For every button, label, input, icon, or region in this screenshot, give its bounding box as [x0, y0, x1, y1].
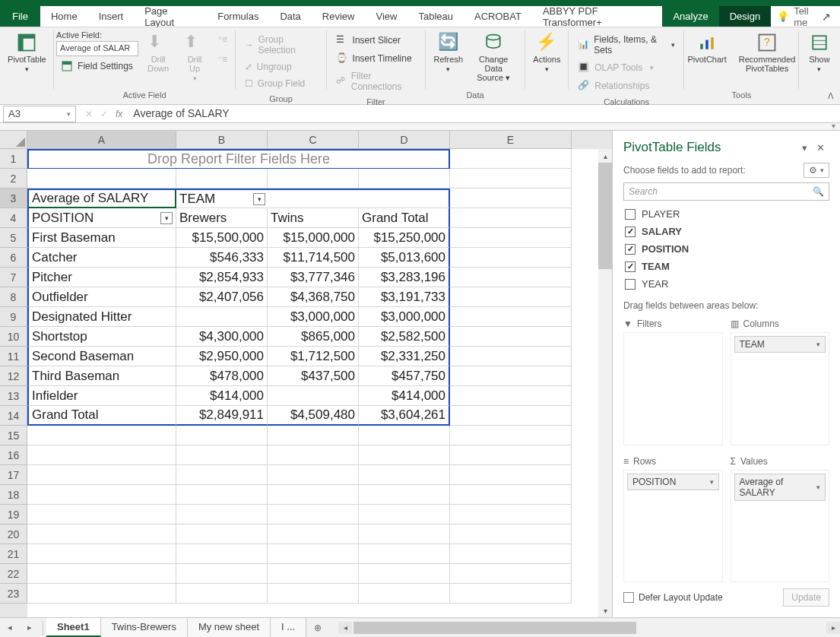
- tab-view[interactable]: View: [365, 6, 407, 27]
- values-chip-salary[interactable]: Average of SALARY▾: [734, 474, 826, 501]
- file-menu[interactable]: File: [0, 6, 40, 27]
- show-button[interactable]: Show ▾: [801, 29, 838, 76]
- cell-D10[interactable]: $2,582,500: [359, 327, 450, 347]
- checkbox[interactable]: ✓: [625, 227, 636, 237]
- recommended-pivot-button[interactable]: ? RecommendedPivotTables: [733, 29, 802, 76]
- cell[interactable]: [359, 544, 450, 564]
- cell[interactable]: [268, 505, 359, 524]
- tab-design[interactable]: Design: [719, 6, 771, 27]
- cell-A7[interactable]: Pitcher: [27, 268, 176, 287]
- pane-close-icon[interactable]: ✕: [812, 142, 829, 154]
- cell[interactable]: [450, 208, 572, 228]
- cell[interactable]: [359, 524, 450, 544]
- cell[interactable]: [176, 445, 268, 465]
- cell-A13[interactable]: Infielder: [27, 386, 176, 406]
- field-year[interactable]: YEAR: [623, 275, 829, 293]
- cell[interactable]: [450, 584, 572, 604]
- col-B[interactable]: B: [176, 131, 268, 149]
- cell-A8[interactable]: Outfielder: [27, 287, 176, 307]
- cell[interactable]: [27, 524, 176, 544]
- cell-C9[interactable]: $3,000,000: [268, 307, 359, 327]
- cell-C14[interactable]: $4,509,480: [268, 406, 359, 426]
- ribbon-collapse-button[interactable]: ᐱ: [828, 91, 834, 101]
- values-drop-area[interactable]: Average of SALARY▾: [731, 470, 830, 583]
- tab-home[interactable]: Home: [40, 6, 88, 27]
- cancel-formula-icon[interactable]: ✕: [85, 109, 93, 119]
- col-D[interactable]: D: [359, 131, 450, 149]
- pivot-chart-button[interactable]: PivotChart: [681, 29, 732, 76]
- field-position[interactable]: ✓POSITION: [623, 240, 829, 258]
- cell[interactable]: [450, 248, 572, 268]
- sheet-tab-3[interactable]: I ...: [271, 618, 306, 637]
- cell[interactable]: [450, 149, 572, 169]
- cell[interactable]: [268, 485, 359, 505]
- row-16[interactable]: 16: [0, 445, 27, 465]
- checkbox[interactable]: [625, 279, 636, 290]
- cell[interactable]: [27, 584, 176, 604]
- cell[interactable]: [359, 426, 450, 445]
- cell-D5[interactable]: $15,250,000: [359, 228, 450, 248]
- tab-analyze[interactable]: Analyze: [662, 6, 718, 27]
- cell-A11[interactable]: Second Baseman: [27, 347, 176, 366]
- row-20[interactable]: 20: [0, 524, 27, 544]
- row-12[interactable]: 12: [0, 366, 27, 386]
- cell-C8[interactable]: $4,368,750: [268, 287, 359, 307]
- cell-B8[interactable]: $2,407,056: [176, 287, 268, 307]
- vertical-scrollbar[interactable]: ▴ ▾: [598, 149, 612, 617]
- field-salary[interactable]: ✓SALARY: [623, 223, 829, 240]
- cell[interactable]: [450, 485, 572, 505]
- tab-nav-next[interactable]: ▸: [20, 619, 40, 637]
- cell[interactable]: [359, 564, 450, 584]
- hscroll-thumb[interactable]: [353, 622, 636, 634]
- cell-A5[interactable]: First Baseman: [27, 228, 176, 248]
- cell[interactable]: [176, 524, 268, 544]
- cell[interactable]: [359, 445, 450, 465]
- scroll-up-arrow[interactable]: ▴: [598, 149, 612, 163]
- cell[interactable]: [27, 169, 176, 189]
- cell-A3[interactable]: Average of SALARY: [27, 189, 176, 208]
- cell-A4[interactable]: POSITION▾: [27, 208, 176, 228]
- col-E[interactable]: E: [450, 131, 572, 149]
- columns-drop-area[interactable]: TEAM▾: [731, 332, 830, 445]
- name-box[interactable]: A3 ▾: [3, 106, 76, 122]
- cell[interactable]: [450, 465, 572, 485]
- cell-B9[interactable]: [176, 307, 268, 327]
- cell[interactable]: [27, 544, 176, 564]
- cell[interactable]: [359, 505, 450, 524]
- cell-C6[interactable]: $11,714,500: [268, 248, 359, 268]
- tab-insert[interactable]: Insert: [88, 6, 135, 27]
- defer-checkbox[interactable]: [623, 592, 634, 603]
- cell-C11[interactable]: $1,712,500: [268, 347, 359, 366]
- cell[interactable]: [450, 505, 572, 524]
- sheet-tab-0[interactable]: Sheet1: [46, 618, 101, 637]
- cell[interactable]: [27, 465, 176, 485]
- cell[interactable]: [450, 287, 572, 307]
- columns-chip-team[interactable]: TEAM▾: [734, 336, 826, 353]
- cell[interactable]: [450, 386, 572, 406]
- cell[interactable]: [450, 347, 572, 366]
- row-18[interactable]: 18: [0, 485, 27, 505]
- cell[interactable]: [268, 426, 359, 445]
- row-21[interactable]: 21: [0, 544, 27, 564]
- cell[interactable]: [268, 169, 359, 189]
- cell[interactable]: [268, 544, 359, 564]
- cell[interactable]: [450, 426, 572, 445]
- cell-D7[interactable]: $3,283,196: [359, 268, 450, 287]
- cell[interactable]: [450, 564, 572, 584]
- row-2[interactable]: 2: [0, 169, 27, 189]
- cell-A12[interactable]: Third Baseman: [27, 366, 176, 386]
- tab-acrobat[interactable]: ACROBAT: [464, 6, 532, 27]
- cell[interactable]: [359, 465, 450, 485]
- actions-button[interactable]: ⚡ Actions ▾: [527, 29, 566, 76]
- share-icon[interactable]: ↗: [822, 11, 831, 23]
- checkbox[interactable]: [625, 209, 636, 220]
- change-data-source-button[interactable]: Change DataSource ▾: [467, 29, 521, 85]
- cell[interactable]: [450, 189, 572, 208]
- col-C[interactable]: C: [268, 131, 359, 149]
- cell[interactable]: [176, 584, 268, 604]
- cell-B7[interactable]: $2,854,933: [176, 268, 268, 287]
- hscroll-right-arrow[interactable]: ▸: [826, 622, 840, 634]
- cell-D4[interactable]: Grand Total: [359, 208, 450, 228]
- pivot-filter-drop[interactable]: Drop Report Filter Fields Here: [27, 149, 450, 169]
- scroll-down-arrow[interactable]: ▾: [598, 604, 612, 617]
